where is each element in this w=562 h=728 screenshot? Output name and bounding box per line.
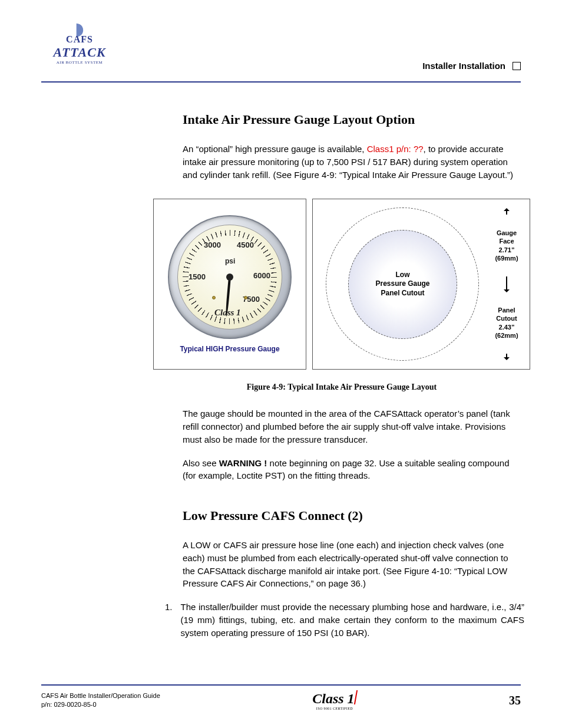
list-text: The installer/builder must provide the n… — [181, 601, 524, 639]
warning-paragraph: Also see WARNING ! note beginning on pag… — [183, 457, 518, 483]
panel-cutout-outline: Low Pressure Gauge Panel Cutout — [348, 230, 457, 339]
header-section-title: Installer Installation — [422, 61, 521, 71]
list-number: 1. — [165, 601, 173, 639]
cafs-attack-logo: ◗ CAFS ATTACK AIR BOTTLE SYSTEM — [41, 18, 118, 71]
dim-cut-l1: Panel — [495, 306, 518, 314]
logo-line3: AIR BOTTLE SYSTEM — [57, 60, 103, 65]
gauge-photo-panel: 1500 3000 4500 6000 7500 psi Class 1 Typ… — [153, 199, 306, 370]
gauge-n6000: 6000 — [253, 271, 270, 280]
dim-gauge-face: Gauge Face 2.71” (69mm) — [495, 229, 518, 262]
cutout-label-l2: Pressure Gauge — [375, 279, 429, 289]
p3-a: Also see — [183, 458, 219, 468]
cutout-diagram: Low Pressure Gauge Panel Cutout Gauge Fa… — [315, 204, 527, 364]
pressure-gauge: 1500 3000 4500 6000 7500 psi Class 1 — [168, 215, 292, 339]
page-footer: CAFS Air Bottle Installer/Operation Guid… — [41, 684, 521, 710]
p1-partnum: Class1 p/n: ?? — [367, 144, 424, 154]
p1-part-a: An “optional” high pressure gauge is ava… — [183, 144, 367, 154]
logo-line2: ATTACK — [53, 45, 105, 60]
page-number: 35 — [509, 694, 521, 707]
gauge-n3000: 3000 — [204, 241, 221, 249]
footer-doc-title: CAFS Air Bottle Installer/Operation Guid… — [41, 691, 160, 700]
dim-arrow-down-icon — [506, 354, 507, 360]
numbered-item-1: 1. The installer/builder must provide th… — [165, 601, 524, 639]
cutout-diagram-panel: Low Pressure Gauge Panel Cutout Gauge Fa… — [312, 199, 530, 370]
footer-pn: p/n: 029-0020-85-0 — [41, 700, 160, 709]
footer-brand: Class 1 ISO 9001 CERTIFIED — [312, 690, 356, 710]
gauge-unit: psi — [225, 257, 235, 265]
dim-face-l2: Face — [495, 237, 518, 245]
figure-4-9: 1500 3000 4500 6000 7500 psi Class 1 Typ… — [153, 199, 530, 370]
gauge-hub — [226, 274, 233, 281]
heading-low-pressure: Low Pressure CAFS Connect (2) — [183, 508, 518, 523]
class1-logo: Class 1 — [312, 690, 356, 707]
dim-panel-cutout: Panel Cutout 2.43” (62mm) — [495, 306, 518, 340]
cutout-label: Low Pressure Gauge Panel Cutout — [375, 271, 429, 298]
page-header: ◗ CAFS ATTACK AIR BOTTLE SYSTEM Installe… — [41, 18, 521, 83]
intro-paragraph: An “optional” high pressure gauge is ava… — [183, 143, 518, 181]
figure-caption: Figure 4-9: Typical Intake Air Pressure … — [153, 383, 530, 392]
gauge-panel-caption: Typical HIGH Pressure Gauge — [180, 345, 279, 353]
shark-icon: ◗ — [75, 24, 84, 34]
logo-line1: CAFS — [66, 34, 93, 45]
heading-intake-gauge: Intake Air Pressure Gauge Layout Option — [183, 112, 518, 127]
dim-cut-l4: (62mm) — [495, 331, 518, 340]
dim-arrow-up-icon — [506, 209, 507, 215]
gauge-n4500: 4500 — [237, 241, 254, 249]
gauge-face: 1500 3000 4500 6000 7500 psi Class 1 — [177, 225, 282, 330]
section-title-text: Installer Installation — [422, 61, 505, 71]
checkbox-icon — [513, 62, 521, 70]
gauge-n1500: 1500 — [189, 272, 206, 281]
cutout-label-l3: Panel Cutout — [375, 289, 429, 298]
dimension-column: Gauge Face 2.71” (69mm) Panel Cutout 2.4… — [488, 206, 525, 362]
dim-face-l3: 2.71” — [495, 246, 518, 254]
dim-cut-l3: 2.43” — [495, 323, 518, 331]
dim-cut-l2: Cutout — [495, 314, 518, 322]
footer-iso: ISO 9001 CERTIFIED — [316, 707, 353, 710]
mounting-paragraph: The gauge should be mounted in the area … — [183, 407, 518, 446]
cutout-label-l1: Low — [375, 271, 429, 280]
dim-line-icon — [506, 276, 507, 292]
dim-face-l1: Gauge — [495, 229, 518, 237]
p3-warning: WARNING ! — [219, 458, 267, 468]
footer-doc-info: CAFS Air Bottle Installer/Operation Guid… — [41, 691, 160, 709]
dim-face-l4: (69mm) — [495, 254, 518, 262]
low-pressure-paragraph: A LOW or CAFS air pressure hose line (on… — [183, 539, 518, 590]
